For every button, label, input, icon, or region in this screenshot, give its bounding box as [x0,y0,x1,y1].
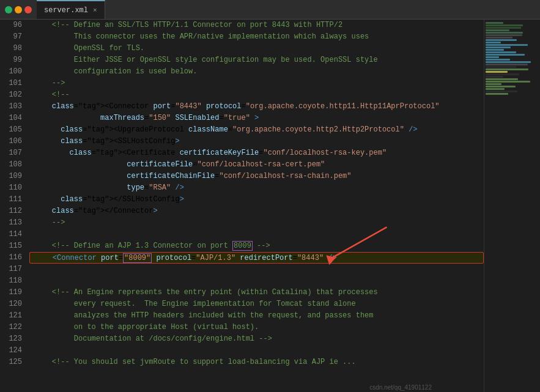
code-line: Either JSSE or OpenSSL style configurati… [29,54,484,66]
window: server.xml × 969798991001011021031041051… [0,0,540,392]
code-line: class="tag"><Connector port="8443" proto… [29,101,484,113]
code-line: This connector uses the APR/native imple… [29,31,484,43]
code-line: type="RSA" /> [29,182,484,194]
code-line: --> [29,217,484,229]
code-line [29,264,484,275]
code-line: class="tag"></SSLHostConfig> [29,194,484,205]
code-line: class="tag"></Connector> [29,205,484,217]
code-area[interactable]: <!-- Define an SSL/TLS HTTP/1.1 Connecto… [29,20,484,392]
tab-close-button[interactable]: × [93,7,97,14]
tab-bar: server.xml × [0,0,540,20]
minimap [484,20,533,392]
code-line: configuration is used below. [29,66,484,78]
editor: 9697989910010110210310410510610710810911… [0,20,540,392]
code-line [29,229,484,240]
code-line: class="tag"><SSLHostConfig> [29,136,484,147]
code-line: analyzes the HTTP headers included with … [29,310,484,322]
code-lines: <!-- Define an SSL/TLS HTTP/1.1 Connecto… [29,20,484,368]
code-line: on to the appropriate Host (virtual host… [29,322,484,333]
code-line [29,345,484,357]
file-tab[interactable]: server.xml × [37,0,105,19]
code-line: every request. The Engine implementation… [29,298,484,310]
code-line: class="tag"><Certificate certificateKeyF… [29,147,484,159]
code-line: Documentation at /docs/config/engine.htm… [29,333,484,345]
code-line: OpenSSL for TLS. [29,43,484,54]
code-line: class="tag"><UpgradeProtocol className="… [29,124,484,136]
window-controls [0,6,37,13]
code-line: <!-- You should set jvmRoute to support … [29,357,484,368]
code-line: <!-- [29,89,484,101]
code-line: <!-- Define an AJP 1.3 Connector on port… [29,240,484,252]
code-line: certificateChainFile="conf/localhost-rsa… [29,171,484,182]
close-window-button[interactable] [24,6,32,13]
code-line: <!-- An Engine represents the entry poin… [29,287,484,298]
code-line [29,275,484,287]
maximize-button[interactable] [15,6,22,13]
minimize-button[interactable] [5,6,12,13]
code-line: --> [29,78,484,89]
code-line: <Connector port="8009" protocol="AJP/1.3… [29,252,484,264]
minimap-content [484,20,533,98]
tab-filename: server.xml [44,6,88,15]
line-numbers: 9697989910010110210310410510610710810911… [0,20,29,392]
vertical-scrollbar[interactable] [533,20,540,392]
watermark: csdn.net/qq_41901122 [369,384,432,391]
code-line: <!-- Define an SSL/TLS HTTP/1.1 Connecto… [29,20,484,31]
code-line: certificateFile="conf/localhost-rsa-cert… [29,159,484,171]
code-line: maxThreads="150" SSLEnabled="true" > [29,113,484,124]
